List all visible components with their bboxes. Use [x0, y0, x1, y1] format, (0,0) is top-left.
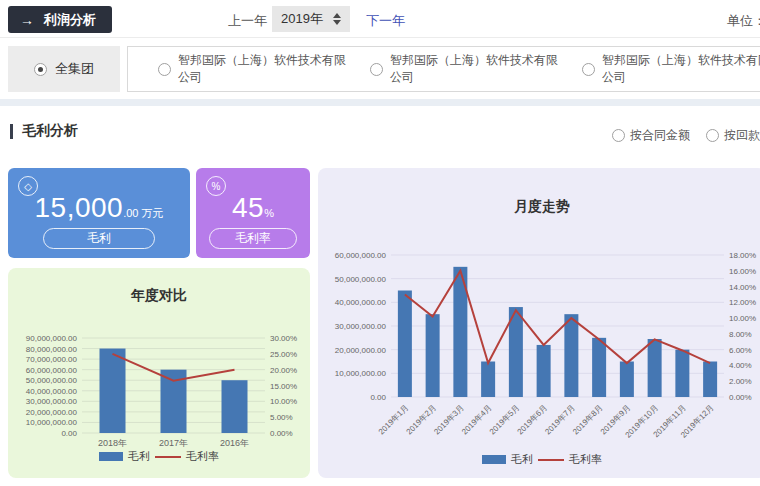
svg-text:50,000,000.00: 50,000,000.00 [26, 376, 78, 385]
section-marker [10, 124, 13, 139]
company-option-1[interactable]: 智邦国际（上海）软件技术有限公司 [158, 52, 356, 86]
annual-comparison-panel: 年度对比 0.0010,000,000.0020,000,000.0030,00… [8, 268, 310, 478]
radio-group-selected-icon[interactable] [34, 63, 47, 76]
svg-text:18.00%: 18.00% [729, 251, 756, 260]
radio-icon[interactable] [706, 129, 719, 142]
svg-text:25.00%: 25.00% [270, 350, 297, 359]
next-year-button[interactable]: 下一年 [366, 12, 405, 30]
company-option-label: 智邦国际（上海）软件技术有限公司 [390, 52, 568, 86]
option-by-payment-label: 按回款金额 [724, 127, 760, 144]
legend-bar-label: 毛利 [128, 449, 150, 464]
svg-text:10,000,000.00: 10,000,000.00 [335, 369, 387, 378]
svg-text:8.00%: 8.00% [729, 330, 752, 339]
svg-text:10.00%: 10.00% [729, 314, 756, 323]
option-by-payment[interactable]: 按回款金额 [706, 127, 760, 144]
company-filter-box: 智邦国际（上海）软件技术有限公司 智邦国际（上海）软件技术有限公司 智邦国际（上… [127, 46, 760, 92]
svg-text:2.00%: 2.00% [729, 377, 752, 386]
svg-text:30,000,000.00: 30,000,000.00 [335, 322, 387, 331]
svg-text:30.00%: 30.00% [270, 334, 297, 343]
svg-text:6.00%: 6.00% [729, 346, 752, 355]
arrow-right-icon: → [20, 13, 34, 27]
gross-profit-value: 15,000 [35, 192, 124, 223]
annual-chart: 0.0010,000,000.0020,000,000.0030,000,000… [13, 318, 305, 458]
svg-text:2016年: 2016年 [220, 438, 249, 448]
svg-text:4.00%: 4.00% [729, 361, 752, 370]
gross-profit-card: ◇ 15,000.00万元 毛利 [8, 168, 190, 258]
svg-text:16.00%: 16.00% [729, 267, 756, 276]
gross-profit-unit: 万元 [141, 207, 163, 219]
svg-text:10,000,000.00: 10,000,000.00 [26, 418, 78, 427]
gross-margin-suffix: % [264, 207, 274, 219]
legend-line-swatch [538, 459, 564, 461]
gross-profit-button[interactable]: 毛利 [43, 228, 155, 249]
group-filter-label: 全集团 [55, 60, 94, 78]
legend-line-label: 毛利率 [186, 449, 219, 464]
radio-icon[interactable] [370, 63, 383, 76]
radio-icon[interactable] [582, 63, 595, 76]
monthly-trend-panel: 月度走势 0.0010,000,000.0020,000,000.0030,00… [318, 168, 760, 478]
svg-text:40,000,000.00: 40,000,000.00 [335, 298, 387, 307]
profit-analysis-page: → 利润分析 上一年 2019年 下一年 单位： 全集团 智邦国际（上海）软件技… [0, 0, 760, 486]
gross-margin-value: 45 [232, 192, 264, 223]
legend-bar-swatch [482, 455, 506, 464]
group-filter[interactable]: 全集团 [8, 46, 120, 92]
svg-text:0.00: 0.00 [61, 429, 77, 438]
unit-label: 单位： [727, 12, 760, 30]
section-title: 毛利分析 [22, 122, 78, 140]
annual-chart-legend: 毛利 毛利率 [8, 449, 310, 464]
radio-icon[interactable] [158, 63, 171, 76]
legend-bar-label: 毛利 [511, 452, 533, 467]
svg-text:12.00%: 12.00% [729, 298, 756, 307]
svg-text:20.00%: 20.00% [270, 366, 297, 375]
section-options: 按合同金额 按回款金额 [612, 127, 760, 144]
gross-profit-amount: 15,000.00万元 [8, 192, 190, 224]
gross-profit-decimals: .00 [123, 207, 138, 219]
legend-line-swatch [155, 456, 181, 458]
svg-text:2017年: 2017年 [159, 438, 188, 448]
annual-chart-title: 年度对比 [8, 287, 310, 305]
company-option-label: 智邦国际（上海）软件技术有限公司 [602, 52, 760, 86]
monthly-chart-title: 月度走势 [318, 198, 760, 216]
section-header: 毛利分析 [10, 122, 78, 140]
company-option-label: 智邦国际（上海）软件技术有限公司 [178, 52, 356, 86]
svg-text:60,000,000.00: 60,000,000.00 [26, 366, 78, 375]
svg-text:0.00: 0.00 [370, 393, 386, 402]
option-by-contract-label: 按合同金额 [630, 127, 690, 144]
svg-text:30,000,000.00: 30,000,000.00 [26, 397, 78, 406]
gross-margin-button[interactable]: 毛利率 [209, 228, 297, 249]
legend-bar-swatch [99, 452, 123, 461]
svg-text:10.00%: 10.00% [270, 397, 297, 406]
svg-text:60,000,000.00: 60,000,000.00 [335, 251, 387, 260]
svg-text:15.00%: 15.00% [270, 382, 297, 391]
company-option-3[interactable]: 智邦国际（上海）软件技术有限公司 [582, 52, 760, 86]
svg-text:80,000,000.00: 80,000,000.00 [26, 345, 78, 354]
svg-text:40,000,000.00: 40,000,000.00 [26, 387, 78, 396]
svg-text:2018年: 2018年 [98, 438, 127, 448]
page-title-badge: → 利润分析 [8, 6, 112, 33]
svg-text:14.00%: 14.00% [729, 283, 756, 292]
prev-year-button[interactable]: 上一年 [228, 12, 267, 30]
svg-text:20,000,000.00: 20,000,000.00 [335, 346, 387, 355]
svg-text:20,000,000.00: 20,000,000.00 [26, 408, 78, 417]
legend-line-label: 毛利率 [569, 452, 602, 467]
svg-text:5.00%: 5.00% [270, 413, 293, 422]
year-select-value: 2019年 [281, 10, 323, 28]
gross-margin-card: % 45% 毛利率 [196, 168, 310, 258]
svg-text:50,000,000.00: 50,000,000.00 [335, 275, 387, 284]
gross-margin-amount: 45% [196, 192, 310, 224]
svg-text:0.00%: 0.00% [729, 393, 752, 402]
year-select[interactable]: 2019年 [272, 6, 350, 32]
spinner-icon[interactable] [333, 13, 341, 25]
svg-text:70,000,000.00: 70,000,000.00 [26, 355, 78, 364]
section-divider [0, 99, 760, 106]
top-header: → 利润分析 上一年 2019年 下一年 单位： [0, 0, 760, 38]
svg-text:0.00%: 0.00% [270, 429, 293, 438]
option-by-contract[interactable]: 按合同金额 [612, 127, 690, 144]
svg-text:90,000,000.00: 90,000,000.00 [26, 334, 78, 343]
monthly-chart-legend: 毛利 毛利率 [318, 452, 760, 467]
monthly-chart: 0.0010,000,000.0020,000,000.0030,000,000… [327, 237, 757, 459]
radio-icon[interactable] [612, 129, 625, 142]
page-title: 利润分析 [44, 11, 96, 29]
company-option-2[interactable]: 智邦国际（上海）软件技术有限公司 [370, 52, 568, 86]
